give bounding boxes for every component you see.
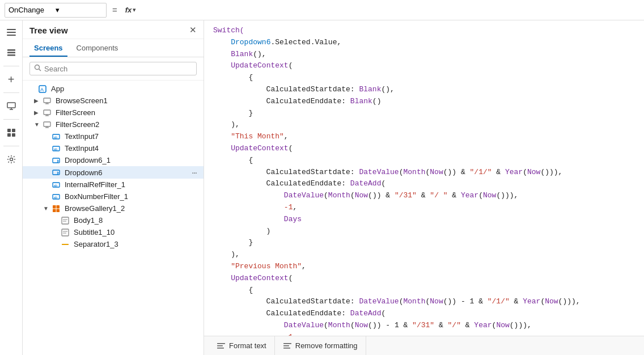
tree-item-separator1_3[interactable]: Separator1_3 [23,238,204,250]
svg-rect-9 [12,133,15,137]
remove-formatting-button[interactable]: Remove formatting [275,336,366,356]
tree-body: AApp▶BrowseScreen1▶FilterScreen▼FilterSc… [23,81,204,355]
sidebar-separator-4 [3,146,19,146]
svg-rect-37 [57,209,60,212]
code-line: CalculatedEnddate: Blank() [213,96,635,108]
svg-rect-21 [44,122,50,126]
code-token: Switch( [213,26,244,35]
code-token: { [213,156,253,164]
label-filterscreen: FilterScreen [56,108,199,117]
code-token: () [372,97,382,105]
label-dropdown6: Dropdown6 [65,168,187,177]
code-token: DateValue [284,321,324,329]
svg-rect-0 [7,49,15,51]
tree-item-dropdown6[interactable]: Dropdown6··· [23,166,204,179]
tab-screens[interactable]: Screens [29,39,67,57]
tree-item-body1_8[interactable]: Body1_8 [23,214,204,226]
svg-rect-50 [283,348,290,349]
components-icon[interactable] [2,123,21,142]
tree-item-textinput4[interactable]: abTextInput4 [23,142,204,154]
label-browsescreen1: BrowseScreen1 [56,96,199,105]
code-token: & [448,191,461,200]
icon-boxnumberfilter_1: ab [52,193,60,201]
more-button-dropdown6[interactable]: ··· [189,168,199,177]
code-token: -1 [284,203,293,212]
formula-name-select[interactable]: OnChange ▾ [5,3,107,18]
tree-item-boxnumberfilter_1[interactable]: abBoxNumberFilter_1 [23,191,204,202]
code-line: CalculatedStartdate: DateValue(Month(Now… [213,167,635,179]
code-line: } [213,237,635,249]
top-bar: OnChange ▾ = fx ▾ [0,0,644,20]
code-token: ())), [558,297,581,306]
code-token: "/31" [412,321,434,329]
tree-item-internalreffilter_1[interactable]: abInternalRefFilter_1 [23,179,204,191]
tree-item-subtitle1_10[interactable]: Subtitle1_10 [23,226,204,238]
code-token: ) [213,227,270,235]
label-filterscreen2: FilterScreen2 [56,120,199,129]
code-footer: Format text Remove formatting [204,336,644,355]
icon-filterscreen2 [43,121,51,129]
icon-textinput4: ab [52,145,60,153]
code-token: Year [505,168,523,176]
tree-item-dropdown6_1[interactable]: Dropdown6_1 [23,154,204,166]
code-token: { [213,73,253,82]
monitor-icon[interactable] [2,96,21,116]
remove-format-icon [283,341,292,350]
svg-rect-38 [62,217,69,224]
icon-filterscreen [43,109,51,117]
code-line: CalculatedStartdate: Blank(), [213,84,635,96]
tree-close-button[interactable]: ✕ [189,25,197,35]
tree-item-app[interactable]: AApp [23,83,204,95]
svg-rect-44 [62,244,69,245]
main-layout: + Tree view [0,20,644,355]
fx-label: fx [125,6,132,14]
code-token [213,144,231,153]
sidebar-separator-3 [3,119,19,120]
layers-icon[interactable] [2,43,21,62]
code-token: ( [289,144,293,153]
code-token: ()) - 1 & [368,321,412,329]
code-token: ( [289,274,293,282]
settings-icon[interactable] [2,150,21,169]
icon-dropdown6_1 [52,157,60,164]
search-input[interactable] [44,65,192,73]
code-token: Now [430,168,443,176]
label-dropdown6_1: Dropdown6_1 [65,156,199,164]
code-token: .Selected.Value, [270,38,341,47]
add-icon[interactable]: + [2,70,21,89]
code-token: (), [381,85,394,94]
code-area[interactable]: Switch( Dropdown6.Selected.Value, Blank(… [204,20,644,336]
tree-item-browsescreen1[interactable]: ▶BrowseScreen1 [23,95,204,107]
hamburger-icon [7,29,16,36]
code-token: Blank [231,50,253,58]
fx-badge: fx ▾ [123,6,139,14]
svg-text:ab: ab [54,195,58,198]
code-line: { [213,285,635,297]
code-line: CalculatedEnddate: DateAdd( [213,308,635,320]
svg-rect-46 [217,345,223,346]
code-token: ( [350,321,355,329]
code-token: ())), [496,191,518,200]
code-token [213,50,231,58]
tab-components[interactable]: Components [72,39,123,57]
format-text-button[interactable]: Format text [209,336,275,356]
code-token: (), [253,50,266,58]
svg-text:ab: ab [54,183,58,187]
monitor-svg [6,101,16,111]
code-token: Now [483,191,496,200]
tree-item-textinput7[interactable]: abTextInput7 [23,130,204,142]
components-svg [6,128,16,138]
hamburger-menu-icon[interactable] [2,23,21,42]
chevron-filterscreen: ▶ [34,109,41,116]
code-panel: Switch( Dropdown6.Selected.Value, Blank(… [204,20,644,355]
code-line: ) [213,226,635,238]
sidebar-icons: + [0,20,23,355]
code-token: CalculatedStartdate: [213,85,359,94]
tree-search-area [23,57,204,81]
tree-item-filterscreen[interactable]: ▶FilterScreen [23,107,204,119]
tree-item-browsegallery1_2[interactable]: ▼BrowseGallery1_2 [23,202,204,214]
code-token: ()) & [368,191,395,200]
code-line: ), [213,119,635,131]
tree-item-filterscreen2[interactable]: ▼FilterScreen2 [23,119,204,130]
icon-body1_8 [61,217,69,225]
